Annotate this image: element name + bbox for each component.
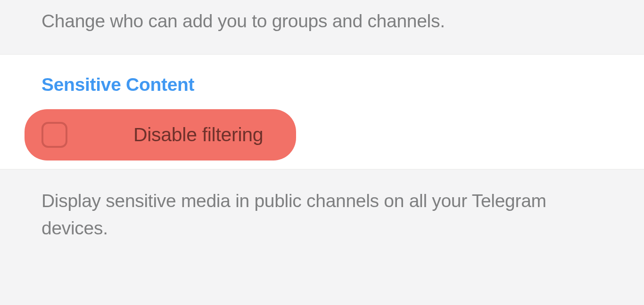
- groups-description-text: Change who can add you to groups and cha…: [41, 0, 603, 54]
- sensitive-content-section: Sensitive Content Disable filtering: [0, 54, 644, 169]
- sensitive-content-header: Sensitive Content: [41, 55, 603, 109]
- sensitive-content-description-text: Display sensitive media in public channe…: [41, 169, 603, 252]
- disable-filtering-checkbox[interactable]: [41, 122, 67, 148]
- disable-filtering-label: Disable filtering: [133, 124, 263, 146]
- sensitive-content-description-section: Display sensitive media in public channe…: [0, 169, 644, 252]
- groups-description-section: Change who can add you to groups and cha…: [0, 0, 644, 54]
- disable-filtering-row[interactable]: Disable filtering: [25, 109, 296, 161]
